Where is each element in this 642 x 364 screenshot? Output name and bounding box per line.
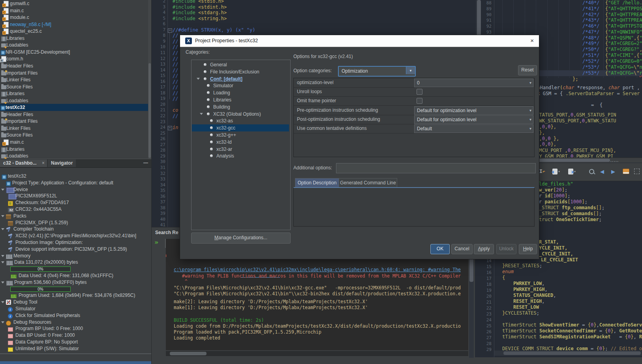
line-number[interactable]: 9: [152, 39, 165, 44]
back-document-icon[interactable]: ▾: [552, 167, 560, 176]
line-number[interactable]: 29: [478, 347, 492, 353]
line-number[interactable]: 21: [152, 107, 165, 113]
line-number[interactable]: 29: [152, 154, 165, 159]
category-tree-item[interactable]: Loading: [192, 89, 289, 96]
category-tree-item[interactable]: Building: [192, 103, 289, 111]
dashboard-item[interactable]: Device: [0, 186, 151, 193]
collapse-arrow-icon[interactable]: [1, 261, 4, 263]
find-icon[interactable]: [589, 167, 594, 176]
collapse-arrow-icon[interactable]: [1, 189, 4, 191]
line-number[interactable]: 17: [152, 84, 165, 90]
projects-tree-item[interactable]: testXc32: [0, 104, 148, 111]
chevron-down-icon[interactable]: ▾: [529, 116, 531, 124]
line-number[interactable]: 11: [152, 50, 165, 56]
dashboard-item[interactable]: Packs: [0, 213, 151, 220]
forward-document-icon[interactable]: ▾: [568, 167, 576, 176]
line-number[interactable]: 30: [152, 159, 165, 165]
dashboard-item[interactable]: Production Image: Optimization:: [0, 239, 151, 246]
projects-tree-item[interactable]: Header Files: [0, 62, 148, 69]
projects-tree-item[interactable]: quectel_ec25.c: [0, 28, 148, 35]
option-checkbox[interactable]: [417, 98, 422, 104]
collapse-arrow-icon[interactable]: [1, 321, 4, 323]
dashboard-item[interactable]: Checksum: 0xF7DDA917: [0, 199, 151, 206]
line-number[interactable]: 15: [478, 264, 492, 270]
dashboard-item[interactable]: Data BP Used: 0 Free: 1000: [0, 332, 151, 339]
chevron-down-icon[interactable]: ▾: [529, 107, 531, 114]
projects-tree-item[interactable]: Loadables: [0, 41, 148, 49]
line-number[interactable]: 25: [478, 323, 492, 329]
console-hscrollbar[interactable]: [166, 351, 468, 356]
projects-tree-item[interactable]: Important Files: [0, 118, 148, 125]
manage-configurations-button[interactable]: Manage Configurations...: [191, 233, 291, 244]
line-number[interactable]: 5: [152, 16, 165, 21]
minimize-icon[interactable]: —: [143, 160, 148, 165]
scrollbar-thumb[interactable]: [469, 257, 473, 282]
category-tree-item[interactable]: xc32-ld: [192, 139, 289, 146]
category-tree-item[interactable]: xc32-gcc: [192, 124, 289, 131]
line-number[interactable]: 20: [478, 294, 492, 299]
projects-tree-item[interactable]: Libraries: [0, 90, 148, 97]
category-tree-item[interactable]: Libraries: [192, 96, 289, 103]
chevron-down-icon[interactable]: ▾: [529, 125, 531, 133]
line-number[interactable]: 28: [478, 341, 492, 347]
line-number[interactable]: 27: [478, 335, 492, 341]
bottom-editor-hscrollbar[interactable]: [494, 351, 642, 356]
projects-tree-item[interactable]: Source Files: [0, 131, 148, 139]
projects-tree-item[interactable]: Linker Files: [0, 76, 148, 83]
scrollbar-thumb[interactable]: [148, 63, 151, 158]
dashboard-item[interactable]: Program BP Used: 0 Free: 1000: [0, 325, 151, 332]
projects-tree-item[interactable]: main.c: [0, 139, 148, 146]
projects-tree-item[interactable]: main.c: [0, 7, 148, 14]
close-icon[interactable]: ×: [530, 37, 534, 44]
line-number[interactable]: 20: [152, 102, 165, 107]
line-number[interactable]: 33: [152, 176, 165, 182]
category-tree-item[interactable]: XC32 (Global Options): [192, 111, 289, 118]
line-number[interactable]: 41: [152, 222, 165, 227]
collapse-arrow-icon[interactable]: [1, 301, 4, 303]
line-number[interactable]: 92: [478, 24, 492, 29]
dashboard-item[interactable]: Data Used: 4 (0x4) Free: 131,068 (0x1FFF…: [0, 272, 151, 279]
line-number[interactable]: 17: [478, 276, 492, 281]
dialog-titlebar[interactable]: X Project Properties - testXc32 ×: [180, 35, 539, 47]
option-categories-select[interactable]: Optimization ▾: [338, 66, 416, 77]
highlight-icon[interactable]: [623, 167, 629, 176]
code-fold-icon[interactable]: −: [168, 28, 172, 33]
line-number[interactable]: 91: [478, 18, 492, 23]
dashboard-item[interactable]: Device support information: PIC32MX_DFP …: [0, 246, 151, 253]
projects-vscrollbar[interactable]: [148, 0, 151, 159]
line-number[interactable]: 38: [152, 205, 165, 211]
line-number[interactable]: 22: [478, 306, 492, 311]
line-number[interactable]: 26: [478, 329, 492, 335]
projects-tree-item[interactable]: gsmwifi.c: [0, 0, 148, 7]
ok-button[interactable]: OK: [430, 244, 450, 254]
line-number[interactable]: 22: [152, 113, 165, 119]
line-number[interactable]: 31: [152, 165, 165, 171]
dashboard-item[interactable]: PIC32MX695F512L: [0, 193, 151, 199]
line-number[interactable]: 15: [152, 73, 165, 79]
projects-tree-item[interactable]: neoway_n58.c [-/M]: [0, 21, 148, 28]
line-number[interactable]: 18: [478, 282, 492, 287]
dashboard-item[interactable]: testXc32: [0, 173, 151, 180]
chevron-down-icon[interactable]: ▾: [406, 67, 415, 74]
line-number[interactable]: 24: [478, 317, 492, 323]
line-number[interactable]: 27: [152, 142, 165, 148]
collapse-arrow-icon[interactable]: [1, 215, 4, 217]
line-number[interactable]: 35: [152, 188, 165, 193]
line-number[interactable]: 39: [152, 211, 165, 216]
line-number[interactable]: 32: [152, 171, 165, 176]
option-dropdown[interactable]: Default for optimization level▾: [414, 115, 533, 124]
option-dropdown[interactable]: Default▾: [414, 124, 533, 133]
apply-button[interactable]: Apply: [474, 244, 494, 254]
reset-button[interactable]: Reset: [518, 65, 537, 75]
dashboard-item[interactable]: Memory: [0, 253, 151, 259]
projects-tree-item[interactable]: Libraries: [0, 146, 148, 153]
expand-chevrons-icon[interactable]: »: [154, 239, 158, 246]
dashboard-item[interactable]: Simulator: [0, 306, 151, 312]
line-number[interactable]: 21: [478, 300, 492, 305]
tab-generated-command-line[interactable]: Generated Command Line: [339, 178, 397, 188]
dashboard-item[interactable]: Compiler Toolchain: [0, 226, 151, 233]
line-number[interactable]: 6: [152, 21, 165, 27]
line-number[interactable]: 13: [152, 62, 165, 67]
projects-tree-item[interactable]: Loadables: [0, 97, 148, 104]
projects-tree-item[interactable]: NR-GSM [EC25-Development]: [0, 49, 148, 56]
